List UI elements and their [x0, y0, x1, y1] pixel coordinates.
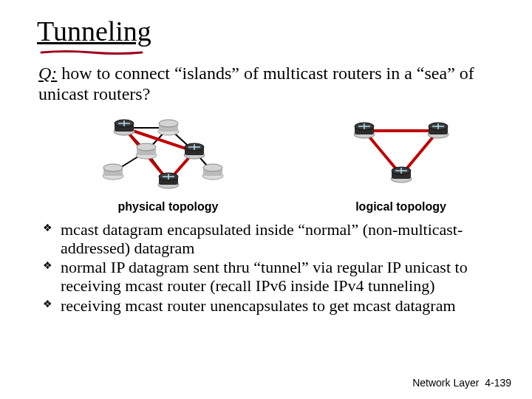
router-icon	[101, 162, 125, 181]
list-item: normal IP datagram sent thru “tunnel” vi…	[46, 259, 502, 295]
router-icon	[201, 162, 225, 181]
bullet-list: mcast datagram encapsulated inside “norm…	[37, 221, 502, 315]
physical-caption: physical topology	[72, 200, 265, 214]
router-icon	[112, 117, 136, 137]
slide-title: Tunneling	[37, 15, 151, 47]
physical-topology-diagram	[72, 115, 265, 196]
list-item: mcast datagram encapsulated inside “norm…	[46, 221, 502, 257]
router-icon	[183, 141, 206, 160]
footer-page: 4-139	[485, 377, 511, 389]
question-body: how to connect “islands” of multicast ro…	[38, 64, 474, 103]
diagram-row: physical topology logical topology	[37, 110, 502, 214]
slide-footer: Network Layer 4-139	[412, 377, 511, 389]
router-icon	[157, 171, 180, 190]
router-icon	[134, 141, 158, 160]
router-icon	[352, 120, 376, 140]
list-item: receiving mcast router unencapsulates to…	[46, 297, 502, 316]
svg-point-31	[137, 143, 156, 151]
question-prefix: Q:	[38, 64, 57, 83]
title-accent-underline	[40, 50, 143, 53]
logical-topology-diagram	[335, 115, 468, 196]
router-icon	[426, 120, 450, 140]
question-text: Q: how to connect “islands” of multicast…	[38, 64, 502, 104]
svg-point-28	[159, 120, 178, 127]
router-icon	[389, 165, 413, 184]
router-icon	[157, 117, 180, 137]
footer-section: Network Layer	[412, 377, 479, 389]
logical-caption: logical topology	[335, 200, 468, 214]
svg-point-34	[103, 164, 123, 171]
svg-point-37	[203, 164, 222, 171]
